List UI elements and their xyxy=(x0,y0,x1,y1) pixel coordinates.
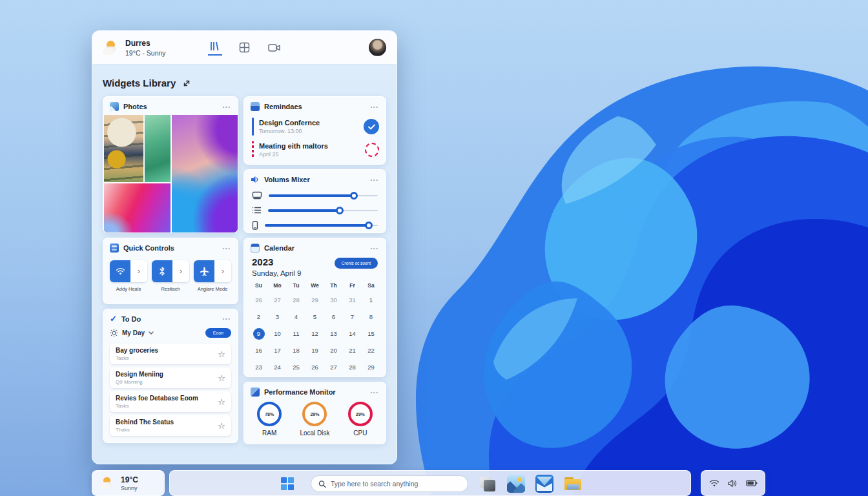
calendar-day[interactable]: 19 xyxy=(305,345,324,356)
day-header: Su xyxy=(249,282,268,289)
calendar-day[interactable]: 7 xyxy=(343,311,362,322)
taskbar-search[interactable] xyxy=(311,475,468,492)
airplane-expand-button[interactable]: › xyxy=(214,260,231,282)
photo-purple-wave[interactable] xyxy=(172,115,238,233)
calendar-day[interactable]: 17 xyxy=(268,345,287,356)
calendar-day[interactable]: 12 xyxy=(305,328,324,339)
display-icon xyxy=(252,191,262,200)
star-icon[interactable]: ☆ xyxy=(218,349,225,359)
photo-beach[interactable] xyxy=(104,115,143,182)
reminder-done-toggle[interactable] xyxy=(364,119,379,134)
calendar-day[interactable]: 28 xyxy=(287,294,305,305)
phone-icon xyxy=(252,221,258,230)
chevron-down-icon[interactable] xyxy=(149,331,154,335)
calendar-day[interactable]: 21 xyxy=(343,345,362,356)
task-item[interactable]: Bay groceriesTasks ☆ xyxy=(110,344,231,364)
todo-list-selector[interactable]: My Day xyxy=(122,329,145,336)
create-event-button[interactable]: Cronis oc soent xyxy=(335,258,378,269)
taskbar-app-file-explorer[interactable] xyxy=(564,475,582,493)
star-icon[interactable]: ☆ xyxy=(218,397,225,407)
taskbar-app-photos[interactable] xyxy=(507,475,525,493)
calendar-day[interactable]: 23 xyxy=(249,362,268,373)
calendar-day[interactable]: 31 xyxy=(343,294,362,305)
photos-menu-button[interactable]: ••• xyxy=(223,105,231,109)
calendar-menu-button[interactable]: ••• xyxy=(371,246,379,251)
day-header: Sa xyxy=(362,282,380,289)
calendar-day[interactable]: 27 xyxy=(324,362,343,373)
calendar-day[interactable]: 2 xyxy=(249,311,268,322)
volume-tray-icon[interactable] xyxy=(728,479,738,488)
star-icon[interactable]: ☆ xyxy=(218,373,225,383)
tab-widgets-library[interactable] xyxy=(208,40,222,56)
gauge-local-disk: 29% Local Disk xyxy=(300,402,329,437)
search-input[interactable] xyxy=(331,480,460,488)
calendar-day[interactable]: 30 xyxy=(324,294,343,305)
system-tray[interactable] xyxy=(701,470,765,496)
task-title: Behind The Seatus xyxy=(116,418,174,426)
reminder-title: Design Confernce xyxy=(259,119,320,127)
calendar-day-selected[interactable]: 9 xyxy=(249,328,268,339)
wifi-toggle-button[interactable] xyxy=(110,260,130,282)
taskbar-app-layers[interactable] xyxy=(479,475,497,493)
reminders-menu-button[interactable]: ••• xyxy=(371,105,379,109)
task-item[interactable]: Revies foe Detabase EoomTasks ☆ xyxy=(110,391,231,412)
calendar-day[interactable]: 3 xyxy=(268,311,287,322)
calendar-day[interactable]: 25 xyxy=(287,362,305,373)
todo-menu-button[interactable]: ••• xyxy=(223,316,231,321)
calendar-day[interactable]: 26 xyxy=(249,294,268,305)
photo-pink-gradient[interactable] xyxy=(104,183,170,233)
reminder-item[interactable]: Meating eith maltors April 25 xyxy=(244,138,386,161)
tab-capture[interactable] xyxy=(267,40,282,56)
bluetooth-expand-button[interactable]: › xyxy=(172,260,189,282)
expand-icon[interactable] xyxy=(182,79,191,88)
volume-slider-apps[interactable] xyxy=(268,207,378,214)
photo-green-water[interactable] xyxy=(145,115,170,182)
reminder-item[interactable]: Design Confernce Tomorrow. 13:00 xyxy=(244,115,386,138)
quick-controls-menu-button[interactable]: ••• xyxy=(223,246,231,251)
start-button[interactable] xyxy=(281,477,294,490)
calendar-day[interactable]: 22 xyxy=(362,345,380,356)
taskbar-weather-widget[interactable]: 19°C Sunny xyxy=(92,470,165,496)
reminder-open-toggle[interactable] xyxy=(365,143,379,157)
wifi-tray-icon[interactable] xyxy=(709,479,719,487)
calendar-day[interactable]: 6 xyxy=(324,311,343,322)
calendar-day[interactable]: 14 xyxy=(343,328,362,339)
day-header: Th xyxy=(324,282,343,289)
calendar-day[interactable]: 8 xyxy=(362,311,380,322)
tab-widgets-grid[interactable] xyxy=(238,40,252,56)
calendar-day[interactable]: 16 xyxy=(249,345,268,356)
calendar-day[interactable]: 1 xyxy=(362,294,380,305)
header-weather[interactable]: Durres 19°C - Sunny xyxy=(103,39,166,57)
gauge-label: CPU xyxy=(348,429,373,437)
calendar-day[interactable]: 28 xyxy=(343,362,362,373)
calendar-day[interactable]: 5 xyxy=(305,311,324,322)
wifi-expand-button[interactable]: › xyxy=(130,260,147,282)
volume-slider-display[interactable] xyxy=(269,192,378,200)
page-title: Widgets Library xyxy=(103,78,176,88)
user-avatar[interactable] xyxy=(369,39,386,56)
todo-done-button[interactable]: Eoon xyxy=(205,328,231,338)
calendar-day[interactable]: 29 xyxy=(305,294,324,305)
calendar-day[interactable]: 27 xyxy=(268,294,287,305)
calendar-day[interactable]: 15 xyxy=(362,328,380,339)
performance-menu-button[interactable]: ••• xyxy=(371,390,379,395)
calendar-day[interactable]: 26 xyxy=(305,362,324,373)
volume-mixer-menu-button[interactable]: ••• xyxy=(371,178,379,182)
star-icon[interactable]: ☆ xyxy=(218,421,225,431)
calendar-day[interactable]: 4 xyxy=(287,311,305,322)
task-title: Design Meniing xyxy=(116,371,163,378)
volume-slider-phone[interactable] xyxy=(265,222,378,229)
task-item[interactable]: Design MeniingQ9 Morning ☆ xyxy=(110,367,231,388)
battery-tray-icon[interactable] xyxy=(746,480,758,486)
calendar-day[interactable]: 20 xyxy=(324,345,343,356)
calendar-day[interactable]: 24 xyxy=(268,362,287,373)
calendar-day[interactable]: 13 xyxy=(324,328,343,339)
calendar-day[interactable]: 18 xyxy=(287,345,305,356)
calendar-day[interactable]: 11 xyxy=(287,328,305,339)
calendar-day[interactable]: 29 xyxy=(362,362,380,373)
taskbar-app-mail[interactable] xyxy=(535,475,553,493)
bluetooth-toggle-button[interactable] xyxy=(152,260,172,282)
airplane-toggle-button[interactable] xyxy=(194,260,214,282)
task-item[interactable]: Behind The SeatusThaks ☆ xyxy=(110,415,231,436)
calendar-day[interactable]: 10 xyxy=(268,328,287,339)
